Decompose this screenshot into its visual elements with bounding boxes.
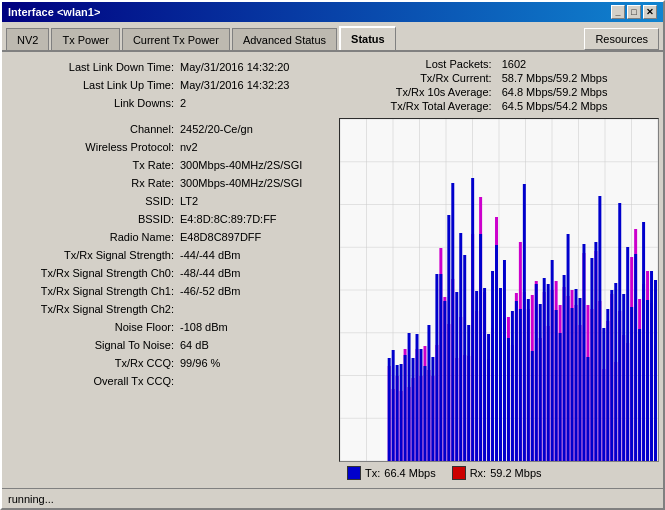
field-value-9: E4:8D:8C:89:7D:FF (180, 213, 329, 225)
field-value-15: -108 dBm (180, 321, 329, 333)
field-label-8: SSID: (10, 195, 180, 207)
field-row-0: Last Link Down Time:May/31/2016 14:32:20 (6, 58, 333, 76)
status-text: running... (8, 493, 54, 505)
tx-rx-current-value: 58.7 Mbps/59.2 Mbps (502, 72, 653, 84)
field-label-13: Tx/Rx Signal Strength Ch1: (10, 285, 180, 297)
tab-nv2[interactable]: NV2 (6, 28, 49, 50)
rx-legend-value: 59.2 Mbps (490, 467, 541, 479)
field-row-18: Overall Tx CCQ: (6, 372, 333, 390)
field-value-7: 300Mbps-40MHz/2S/SGI (180, 177, 329, 189)
right-panel: Lost Packets: 1602 Tx/Rx Current: 58.7 M… (337, 52, 663, 488)
field-value-1: May/31/2016 14:32:23 (180, 79, 329, 91)
field-value-13: -46/-52 dBm (180, 285, 329, 297)
field-value-11: -44/-44 dBm (180, 249, 329, 261)
field-row-15: Noise Floor:-108 dBm (6, 318, 333, 336)
minimize-button[interactable]: _ (611, 5, 625, 19)
tab-current-tx-power[interactable]: Current Tx Power (122, 28, 230, 50)
status-bar: running... (2, 488, 663, 508)
field-row-2: Link Downs:2 (6, 94, 333, 112)
field-label-17: Tx/Rx CCQ: (10, 357, 180, 369)
field-label-12: Tx/Rx Signal Strength Ch0: (10, 267, 180, 279)
close-button[interactable]: ✕ (643, 5, 657, 19)
rx-legend-item: Rx: 59.2 Mbps (452, 466, 542, 480)
tx-rx-total-label: Tx/Rx Total Average: (345, 100, 492, 112)
field-row-12: Tx/Rx Signal Strength Ch0:-48/-44 dBm (6, 264, 333, 282)
field-label-1: Last Link Up Time: (10, 79, 180, 91)
field-row-11: Tx/Rx Signal Strength:-44/-44 dBm (6, 246, 333, 264)
field-label-5: Wireless Protocol: (10, 141, 180, 153)
field-label-7: Rx Rate: (10, 177, 180, 189)
tx-legend-item: Tx: 66.4 Mbps (347, 466, 436, 480)
field-value-10: E48D8C897DFF (180, 231, 329, 243)
field-label-9: BSSID: (10, 213, 180, 225)
rx-legend-label: Rx: (470, 467, 487, 479)
field-label-10: Radio Name: (10, 231, 180, 243)
restore-button[interactable]: □ (627, 5, 641, 19)
fields-list: Last Link Down Time:May/31/2016 14:32:20… (6, 58, 333, 390)
field-label-18: Overall Tx CCQ: (10, 375, 180, 387)
field-label-6: Tx Rate: (10, 159, 180, 171)
field-label-16: Signal To Noise: (10, 339, 180, 351)
field-label-11: Tx/Rx Signal Strength: (10, 249, 180, 261)
tx-rx-current-label: Tx/Rx Current: (345, 72, 492, 84)
field-row-8: SSID:LT2 (6, 192, 333, 210)
field-value-16: 64 dB (180, 339, 329, 351)
main-window: Interface <wlan1> _ □ ✕ NV2 Tx Power Cur… (0, 0, 665, 510)
field-row-1: Last Link Up Time:May/31/2016 14:32:23 (6, 76, 333, 94)
content-area: Last Link Down Time:May/31/2016 14:32:20… (2, 50, 663, 488)
tx-legend-label: Tx: (365, 467, 380, 479)
left-panel: Last Link Down Time:May/31/2016 14:32:20… (2, 52, 337, 488)
field-value-17: 99/96 % (180, 357, 329, 369)
field-row-13: Tx/Rx Signal Strength Ch1:-46/-52 dBm (6, 282, 333, 300)
throughput-chart (340, 119, 658, 461)
stats-grid: Lost Packets: 1602 Tx/Rx Current: 58.7 M… (339, 56, 659, 114)
field-value-4: 2452/20-Ce/gn (180, 123, 329, 135)
field-row-16: Signal To Noise:64 dB (6, 336, 333, 354)
field-row-6: Tx Rate:300Mbps-40MHz/2S/SGI (6, 156, 333, 174)
field-value-6: 300Mbps-40MHz/2S/SGI (180, 159, 329, 171)
field-value-5: nv2 (180, 141, 329, 153)
tx-legend-box (347, 466, 361, 480)
rx-legend-box (452, 466, 466, 480)
field-row-7: Rx Rate:300Mbps-40MHz/2S/SGI (6, 174, 333, 192)
tx-rx-10s-value: 64.8 Mbps/59.2 Mbps (502, 86, 653, 98)
chart-area (339, 118, 659, 462)
field-value-12: -48/-44 dBm (180, 267, 329, 279)
tx-legend-value: 66.4 Mbps (384, 467, 435, 479)
chart-legend: Tx: 66.4 Mbps Rx: 59.2 Mbps (339, 462, 659, 484)
field-label-14: Tx/Rx Signal Strength Ch2: (10, 303, 180, 315)
field-row-9: BSSID:E4:8D:8C:89:7D:FF (6, 210, 333, 228)
lost-packets-value: 1602 (502, 58, 653, 70)
title-bar: Interface <wlan1> _ □ ✕ (2, 2, 663, 22)
field-row-4: Channel:2452/20-Ce/gn (6, 120, 333, 138)
field-label-15: Noise Floor: (10, 321, 180, 333)
window-title: Interface <wlan1> (8, 6, 100, 18)
tx-rx-10s-label: Tx/Rx 10s Average: (345, 86, 492, 98)
field-row-5: Wireless Protocol:nv2 (6, 138, 333, 156)
field-label-4: Channel: (10, 123, 180, 135)
tab-advanced-status[interactable]: Advanced Status (232, 28, 337, 50)
field-value-0: May/31/2016 14:32:20 (180, 61, 329, 73)
field-row-10: Radio Name:E48D8C897DFF (6, 228, 333, 246)
resources-button[interactable]: Resources (584, 28, 659, 50)
tab-bar: NV2 Tx Power Current Tx Power Advanced S… (2, 22, 663, 50)
field-label-0: Last Link Down Time: (10, 61, 180, 73)
field-label-2: Link Downs: (10, 97, 180, 109)
field-row-17: Tx/Rx CCQ:99/96 % (6, 354, 333, 372)
tx-rx-total-value: 64.5 Mbps/54.2 Mbps (502, 100, 653, 112)
title-bar-buttons: _ □ ✕ (611, 5, 657, 19)
tab-status[interactable]: Status (339, 26, 396, 50)
field-value-2: 2 (180, 97, 329, 109)
field-value-8: LT2 (180, 195, 329, 207)
field-row-14: Tx/Rx Signal Strength Ch2: (6, 300, 333, 318)
section-gap-3 (6, 112, 333, 120)
tab-tx-power[interactable]: Tx Power (51, 28, 119, 50)
lost-packets-label: Lost Packets: (345, 58, 492, 70)
